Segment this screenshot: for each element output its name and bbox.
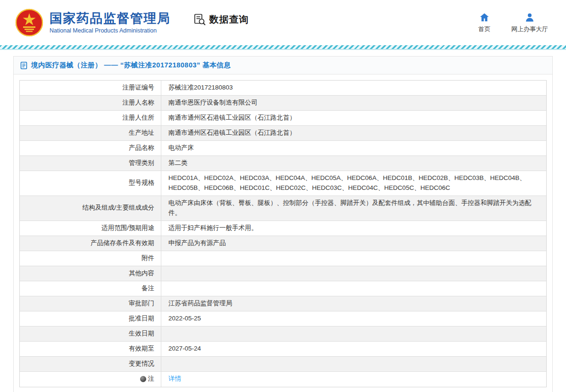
table-row: 适用范围/预期用途适用于妇产科施行一般手术用。 [20, 221, 546, 236]
row-value: 电动产床 [161, 141, 546, 155]
row-label: 附件 [20, 251, 161, 266]
row-label: 变更情况 [20, 357, 161, 371]
row-label: 适用范围/预期用途 [20, 221, 161, 236]
row-value [161, 281, 546, 296]
row-value: 江苏省药品监督管理局 [161, 296, 546, 311]
row-value: 电动产床由床体（背板、臀板、腿板）、控制部分（手控器、脚踏开关）及配套件组成，其… [161, 196, 546, 220]
row-label-text: 适用范围/预期用途 [101, 223, 154, 233]
main-content: 境内医疗器械（注册） —— “苏械注准20172180803” 基本信息 注册证… [0, 50, 566, 392]
row-value: 南通市通州区石港镇工业园区（石江路北首） [161, 126, 546, 140]
row-label-text: 结构及组成/主要组成成分 [83, 203, 154, 213]
row-value: 申报产品为有源产品 [161, 236, 546, 251]
row-value: 2027-05-24 [161, 342, 546, 356]
row-value: 2022-05-25 [161, 311, 546, 326]
user-icon [524, 12, 535, 23]
row-label-text: 备注 [142, 284, 154, 294]
row-label: 审批部门 [20, 296, 161, 311]
table-row: 注册人名称南通华恩医疗设备制造有限公司 [20, 96, 546, 111]
table-row: 产品名称电动产床 [20, 141, 546, 156]
row-label-text: 批准日期 [129, 314, 154, 324]
table-row: 附件 [20, 251, 546, 266]
table-row: 有效期至2027-05-24 [20, 342, 546, 357]
row-value: 南通华恩医疗设备制造有限公司 [161, 96, 546, 110]
table-row: 产品储存条件及有效期申报产品为有源产品 [20, 236, 546, 251]
row-label-text: 注册证编号 [123, 83, 155, 93]
row-value: 南通市通州区石港镇工业园区（石江路北首） [161, 111, 546, 125]
page: 国家药品监督管理局 National Medical Products Admi… [0, 0, 566, 392]
row-label-text: 生效日期 [129, 329, 154, 339]
row-value [161, 327, 546, 341]
row-label-text: 管理类别 [129, 158, 154, 168]
row-value [161, 357, 546, 371]
row-label-text: 变更情况 [129, 359, 154, 369]
table-row: 结构及组成/主要组成成分电动产床由床体（背板、臀板、腿板）、控制部分（手控器、脚… [20, 196, 546, 221]
row-label-text: 附件 [142, 253, 154, 263]
info-panel: 境内医疗器械（注册） —— “苏械注准20172180803” 基本信息 注册证… [13, 56, 553, 392]
row-label: 注册人住所 [20, 111, 161, 125]
row-value: HEDC01A、HEDC02A、HEDC03A、HEDC04A、HEDC05A、… [161, 171, 546, 196]
info-table: 注册证编号苏械注准20172180803注册人名称南通华恩医疗设备制造有限公司注… [19, 80, 547, 387]
breadcrumb-bar: 境内医疗器械（注册） —— “苏械注准20172180803” 基本信息 [14, 57, 552, 74]
row-label: 型号规格 [20, 171, 161, 196]
document-icon [20, 62, 27, 69]
nav-home-label: 首页 [478, 25, 491, 33]
row-value: 详情 [161, 372, 546, 387]
detail-link[interactable]: 详情 [168, 374, 181, 384]
row-label: 生效日期 [20, 327, 161, 341]
row-label: 注册证编号 [20, 81, 161, 95]
table-row: 生产地址南通市通州区石港镇工业园区（石江路北首） [20, 126, 546, 141]
row-value [161, 266, 546, 281]
site-header: 国家药品监督管理局 National Medical Products Admi… [0, 0, 566, 45]
row-label-text: 产品名称 [129, 143, 154, 153]
national-emblem-icon [15, 8, 43, 37]
nav-home[interactable]: 首页 [478, 12, 491, 33]
row-label-text: 生产地址 [129, 128, 154, 138]
table-row: 注册证编号苏械注准20172180803 [20, 81, 546, 96]
row-label-text: 型号规格 [129, 178, 154, 188]
row-label: 注 [20, 372, 161, 387]
row-label: 产品名称 [20, 141, 161, 155]
table-row: 生效日期 [20, 327, 546, 342]
row-label: 其他内容 [20, 266, 161, 281]
row-label: 有效期至 [20, 342, 161, 356]
row-label: 批准日期 [20, 311, 161, 326]
table-row: 变更情况 [20, 357, 546, 372]
org-name-en: National Medical Products Administration [50, 27, 171, 34]
table-row: 其他内容 [20, 266, 546, 281]
home-icon [479, 12, 490, 23]
row-label-text: 注 [148, 374, 155, 384]
table-row: 注册人住所南通市通州区石港镇工业园区（石江路北首） [20, 111, 546, 126]
table-row: 注详情 [20, 372, 546, 387]
row-label-text: 注册人住所 [123, 113, 155, 123]
row-value: 适用于妇产科施行一般手术用。 [161, 221, 546, 236]
row-label-text: 审批部门 [129, 299, 154, 309]
note-ball-icon [140, 376, 146, 382]
page-title: 境内医疗器械（注册） —— “苏械注准20172180803” 基本信息 [31, 61, 231, 70]
striped-divider [0, 45, 566, 50]
row-label-text: 产品储存条件及有效期 [91, 238, 154, 248]
table-row: 备注 [20, 281, 546, 296]
data-query-section: 数据查询 [193, 13, 249, 26]
row-label-text: 注册人名称 [123, 98, 155, 108]
row-label: 注册人名称 [20, 96, 161, 110]
brand-logo-block[interactable]: 国家药品监督管理局 National Medical Products Admi… [15, 8, 171, 37]
row-value: 苏械注准20172180803 [161, 81, 546, 95]
row-label: 结构及组成/主要组成成分 [20, 196, 161, 220]
table-row: 管理类别第二类 [20, 156, 546, 171]
row-value [161, 251, 546, 266]
row-label: 管理类别 [20, 156, 161, 171]
row-label: 生产地址 [20, 126, 161, 140]
data-query-label: 数据查询 [209, 13, 249, 26]
info-table-body: 注册证编号苏械注准20172180803注册人名称南通华恩医疗设备制造有限公司注… [20, 81, 546, 387]
row-label-text: 有效期至 [129, 344, 154, 354]
table-row: 批准日期2022-05-25 [20, 311, 546, 327]
row-label: 备注 [20, 281, 161, 296]
nav-service-hall[interactable]: 网上办事大厅 [511, 12, 548, 33]
brand-text: 国家药品监督管理局 National Medical Products Admi… [50, 11, 171, 34]
table-row: 型号规格HEDC01A、HEDC02A、HEDC03A、HEDC04A、HEDC… [20, 171, 546, 196]
org-name-cn: 国家药品监督管理局 [50, 11, 171, 26]
nav-service-hall-label: 网上办事大厅 [511, 25, 548, 33]
header-nav: 首页 网上办事大厅 [478, 12, 548, 33]
row-label-text: 其他内容 [129, 269, 154, 278]
row-value: 第二类 [161, 156, 546, 171]
